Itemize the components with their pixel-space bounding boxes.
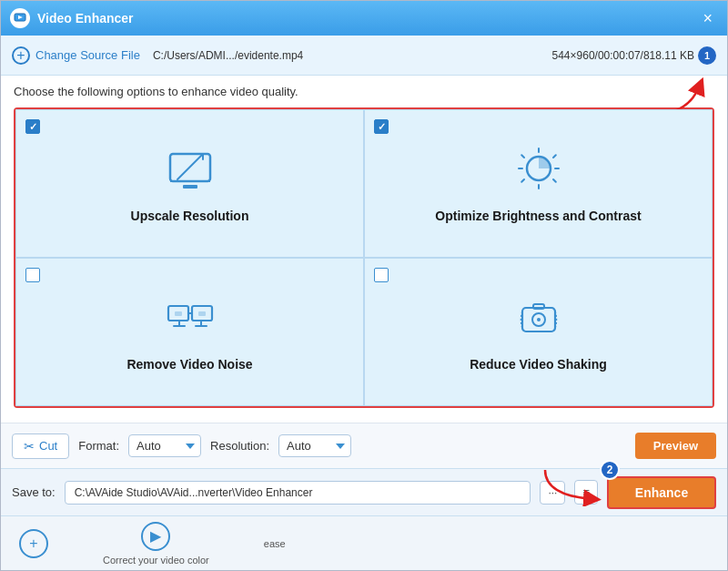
shaking-label: Reduce Video Shaking xyxy=(470,357,607,372)
peek-item-1: + xyxy=(19,529,48,558)
cut-button[interactable]: ✂ Cut xyxy=(12,433,69,459)
source-file-meta: 544×960/00:00:07/818.11 KB 1 xyxy=(552,46,716,65)
svg-line-13 xyxy=(553,179,556,182)
format-label: Format: xyxy=(78,439,119,453)
svg-line-15 xyxy=(521,179,524,182)
save-label: Save to: xyxy=(12,485,56,499)
option-upscale[interactable]: Upscale Resolution xyxy=(15,109,364,258)
resolution-select[interactable]: Auto xyxy=(278,434,351,457)
peek-label-2: Correct your video color xyxy=(103,555,209,566)
video-enhancer-window: Video Enhancer × + Change Source File C:… xyxy=(0,0,728,571)
save-path: C:\AVAide Studio\AVAid...nverter\Video E… xyxy=(65,481,531,505)
svg-rect-22 xyxy=(198,311,206,316)
upscale-icon xyxy=(165,145,216,199)
source-file-path: C:/Users/ADMI.../evidente.mp4 xyxy=(153,49,540,62)
upscale-label: Upscale Resolution xyxy=(131,209,249,223)
upscale-checkbox[interactable] xyxy=(25,119,40,134)
content-area: Choose the following options to enhance … xyxy=(1,76,727,423)
peek-icon-2: ▶ xyxy=(141,522,170,551)
brightness-label: Optimize Brightness and Contrast xyxy=(435,209,641,223)
svg-rect-30 xyxy=(533,304,544,309)
svg-line-17 xyxy=(521,155,524,158)
bottom-peek: + ▶ Correct your video color ease xyxy=(1,515,727,570)
option-shaking[interactable]: Reduce Video Shaking xyxy=(364,258,713,406)
option-noise[interactable]: Remove Video Noise xyxy=(15,258,364,406)
badge-2: 2 xyxy=(600,460,620,480)
source-bar: + Change Source File C:/Users/ADMI.../ev… xyxy=(1,36,727,76)
option-brightness[interactable]: Optimize Brightness and Contrast xyxy=(364,109,713,258)
peek-item-2: ▶ Correct your video color xyxy=(103,522,209,566)
brightness-icon xyxy=(513,145,564,199)
peek-label-3: ease xyxy=(264,538,286,549)
svg-rect-5 xyxy=(183,185,197,189)
scissors-icon: ✂ xyxy=(24,439,35,454)
options-grid: Upscale Resolution xyxy=(14,107,714,408)
app-icon xyxy=(10,8,30,28)
brightness-checkbox[interactable] xyxy=(374,119,389,134)
svg-line-11 xyxy=(553,155,556,158)
content-subtitle: Choose the following options to enhance … xyxy=(14,85,714,98)
svg-rect-21 xyxy=(175,311,182,316)
change-source-button[interactable]: + Change Source File xyxy=(12,46,140,65)
shaking-icon xyxy=(513,293,564,348)
save-bar: Save to: C:\AVAide Studio\AVAid...nverte… xyxy=(1,468,727,515)
format-select[interactable]: Auto xyxy=(128,434,201,457)
title-bar: Video Enhancer × xyxy=(1,1,727,36)
bottom-toolbar: ✂ Cut Format: Auto Resolution: Auto Prev… xyxy=(1,423,727,468)
shaking-checkbox[interactable] xyxy=(374,268,389,282)
save-list-button[interactable]: ≡ xyxy=(574,480,598,505)
peek-icon-1: + xyxy=(19,529,48,558)
plus-icon: + xyxy=(12,46,30,65)
change-source-label: Change Source File xyxy=(35,48,140,62)
peek-item-3: ease xyxy=(264,538,286,549)
window-title: Video Enhancer xyxy=(37,11,697,25)
noise-icon xyxy=(165,293,216,348)
resolution-label: Resolution: xyxy=(210,439,269,453)
preview-button[interactable]: Preview xyxy=(635,433,716,459)
badge-1: 1 xyxy=(698,46,716,65)
svg-point-29 xyxy=(537,318,541,321)
noise-label: Remove Video Noise xyxy=(126,357,252,372)
enhance-button[interactable]: Enhance xyxy=(607,476,716,509)
close-button[interactable]: × xyxy=(697,8,718,28)
save-dots-button[interactable]: ··· xyxy=(540,481,565,505)
svg-line-6 xyxy=(177,154,203,179)
noise-checkbox[interactable] xyxy=(25,268,40,282)
